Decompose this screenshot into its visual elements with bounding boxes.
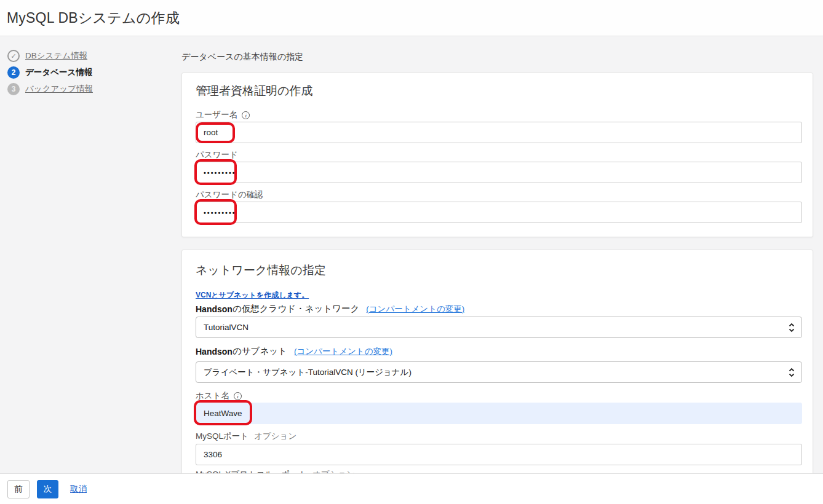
- credentials-card: 管理者資格証明の作成 ユーザー名 i パスワード パスワードの確認: [181, 73, 813, 237]
- wizard-footer: 前 次 取消: [0, 473, 823, 504]
- username-label-text: ユーザー名: [196, 109, 237, 120]
- subnet-change-compartment-link[interactable]: (コンパートメントの変更): [294, 346, 392, 357]
- username-input-wrap: [196, 122, 802, 143]
- vcn-change-compartment-link[interactable]: (コンパートメントの変更): [366, 304, 464, 315]
- page-header: MySQL DBシステムの作成: [0, 0, 823, 36]
- password-label: パスワード: [196, 150, 802, 160]
- credentials-card-title: 管理者資格証明の作成: [196, 84, 802, 98]
- main-form-column: データベースの基本情報の指定 管理者資格証明の作成 ユーザー名 i パスワード …: [181, 37, 813, 473]
- step-complete-check-icon: ✓: [7, 50, 20, 62]
- subnet-label-text: のサブネット: [233, 345, 287, 357]
- create-vcn-link[interactable]: VCNとサブネットを作成します。: [196, 290, 309, 301]
- vcn-select-value: TutorialVCN: [204, 323, 248, 332]
- wizard-step-database-info: 2 データベース情報: [7, 66, 180, 79]
- hostname-input[interactable]: [196, 403, 802, 424]
- page-title: MySQL DBシステムの作成: [7, 9, 180, 28]
- info-icon[interactable]: i: [234, 392, 242, 400]
- wizard-steps-sidebar: ✓ DBシステム情報 2 データベース情報 3 バックアップ情報: [0, 37, 180, 100]
- hostname-label: ホスト名 i: [196, 391, 802, 401]
- password-confirm-input-wrap: [196, 202, 802, 223]
- optional-tag: オプション: [312, 469, 355, 473]
- password-confirm-input[interactable]: [196, 202, 802, 223]
- section-subtitle: データベースの基本情報の指定: [181, 52, 813, 61]
- password-input[interactable]: [196, 162, 802, 183]
- mysql-port-label-text: MySQLポート: [196, 431, 248, 442]
- wizard-step-backup-info[interactable]: 3 バックアップ情報: [7, 83, 180, 95]
- mysql-port-input-wrap: [196, 444, 802, 465]
- password-confirm-label-text: パスワードの確認: [196, 189, 263, 200]
- username-input[interactable]: [196, 122, 802, 143]
- previous-button[interactable]: 前: [7, 480, 30, 498]
- mysql-xport-label-text: MySQL Xプロトコル・ポート: [196, 469, 307, 473]
- vcn-select[interactable]: TutorialVCN: [196, 317, 802, 338]
- password-label-text: パスワード: [196, 149, 238, 160]
- subnet-select[interactable]: プライベート・サブネット-TutorialVCN (リージョナル): [196, 361, 802, 383]
- mysql-port-label: MySQLポート オプション: [196, 431, 802, 441]
- step-number-icon: 2: [7, 66, 20, 79]
- cancel-link[interactable]: 取消: [70, 484, 87, 495]
- select-chevron-icon: [789, 323, 795, 333]
- info-icon[interactable]: i: [242, 111, 250, 119]
- next-button[interactable]: 次: [37, 480, 59, 498]
- select-chevron-icon: [789, 368, 795, 377]
- wizard-step-label[interactable]: DBシステム情報: [25, 50, 87, 61]
- subnet-label-row: Handson のサブネット (コンパートメントの変更): [196, 346, 802, 356]
- subnet-select-value: プライベート・サブネット-TutorialVCN (リージョナル): [204, 367, 412, 378]
- wizard-step-label: データベース情報: [25, 67, 92, 78]
- password-input-wrap: [196, 162, 802, 183]
- wizard-step-label[interactable]: バックアップ情報: [25, 84, 93, 95]
- optional-tag: オプション: [254, 431, 296, 442]
- vcn-label-text: の仮想クラウド・ネットワーク: [233, 303, 359, 315]
- hostname-label-text: ホスト名: [196, 390, 229, 401]
- step-number-icon: 3: [7, 83, 20, 95]
- username-label: ユーザー名 i: [196, 110, 802, 120]
- password-confirm-label: パスワードの確認: [196, 190, 802, 200]
- network-card-title: ネットワーク情報の指定: [196, 264, 802, 277]
- wizard-step-db-system-info[interactable]: ✓ DBシステム情報: [7, 50, 180, 62]
- page-body: ✓ DBシステム情報 2 データベース情報 3 バックアップ情報 データベースの…: [0, 37, 823, 473]
- subnet-compartment-name: Handson: [196, 347, 233, 356]
- mysql-port-input[interactable]: [196, 444, 802, 465]
- hostname-input-wrap: [196, 403, 802, 424]
- vcn-label-row: Handson の仮想クラウド・ネットワーク (コンパートメントの変更): [196, 304, 802, 314]
- network-card: ネットワーク情報の指定 VCNとサブネットを作成します。 Handson の仮想…: [181, 250, 813, 473]
- vcn-compartment-name: Handson: [196, 304, 233, 314]
